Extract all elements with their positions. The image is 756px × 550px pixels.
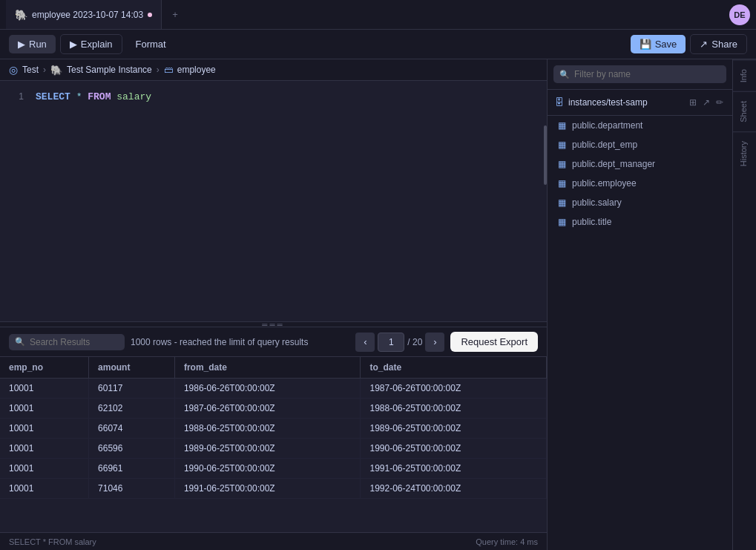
table-cell: 10001 bbox=[0, 459, 89, 479]
top-bar: 🐘 employee 2023-10-07 14:03 + DE bbox=[0, 0, 756, 30]
table-cell: 1988-06-25T00:00:00Z bbox=[361, 399, 547, 419]
code-editor[interactable]: 1 SELECT * FROM salary bbox=[0, 81, 547, 321]
explain-icon: ▶ bbox=[70, 39, 77, 50]
sidebar-table-item[interactable]: ▦public.dept_emp bbox=[548, 135, 732, 154]
run-button[interactable]: ▶ Run bbox=[9, 35, 56, 53]
table-cell: 1989-06-25T00:00:00Z bbox=[174, 439, 361, 459]
breadcrumb-sep1: › bbox=[43, 65, 46, 75]
plus-icon: + bbox=[172, 9, 178, 20]
table-grid-icon: ▦ bbox=[558, 120, 566, 131]
instance-edit-icon[interactable]: ✏ bbox=[714, 96, 725, 109]
table-cell: 1991-06-25T00:00:00Z bbox=[174, 479, 361, 499]
scrollbar-thumb[interactable] bbox=[544, 125, 547, 185]
add-tab-button[interactable]: + bbox=[165, 4, 185, 25]
table-cell: 10001 bbox=[0, 479, 89, 499]
sidebar-table-item[interactable]: ▦public.salary bbox=[548, 193, 732, 212]
tab-label: employee 2023-10-07 14:03 bbox=[32, 10, 143, 20]
save-icon: 💾 bbox=[640, 39, 651, 50]
instance-external-icon[interactable]: ↗ bbox=[701, 96, 711, 109]
breadcrumb-icon: ◎ bbox=[9, 64, 18, 76]
toolbar: ▶ Run ▶ Explain Format 💾 Save ↗ Share bbox=[0, 30, 756, 59]
sidebar-item-label: public.dept_emp bbox=[572, 140, 637, 150]
editor-area: ◎ Test › 🐘 Test Sample Instance › 🗃 empl… bbox=[0, 59, 547, 550]
sidebar-instance-icons: ⊞ ↗ ✏ bbox=[688, 96, 725, 109]
table-row[interactable]: 10001665961989-06-25T00:00:00Z1990-06-25… bbox=[0, 439, 547, 459]
table-header-row: emp_no amount from_date to_date bbox=[0, 357, 547, 379]
table-cell: 66074 bbox=[89, 419, 175, 439]
query-time: Query time: 4 ms bbox=[476, 537, 538, 546]
status-bar: SELECT * FROM salary Query time: 4 ms bbox=[0, 532, 547, 550]
explain-button[interactable]: ▶ Explain bbox=[60, 34, 122, 54]
table-cell: 66596 bbox=[89, 439, 175, 459]
table-cell: 1992-06-24T00:00:00Z bbox=[361, 479, 547, 499]
table-cell: 1988-06-25T00:00:00Z bbox=[174, 419, 361, 439]
search-input[interactable] bbox=[30, 337, 119, 347]
sidebar-table-item[interactable]: ▦public.department bbox=[548, 116, 732, 135]
table-wrap[interactable]: emp_no amount from_date to_date 10001601… bbox=[0, 357, 547, 532]
export-button[interactable]: Request Export bbox=[450, 332, 538, 352]
main-layout: ◎ Test › 🐘 Test Sample Instance › 🗃 empl… bbox=[0, 59, 756, 550]
col-amount: amount bbox=[89, 357, 175, 379]
results-table: emp_no amount from_date to_date 10001601… bbox=[0, 357, 547, 499]
table-cell: 60117 bbox=[89, 379, 175, 399]
table-cell: 66961 bbox=[89, 459, 175, 479]
table-cell: 1989-06-25T00:00:00Z bbox=[361, 419, 547, 439]
breadcrumb-instance[interactable]: Test Sample Instance bbox=[67, 65, 152, 75]
rows-info: 1000 rows - reached the limit of query r… bbox=[131, 337, 308, 347]
instance-label: instances/test-samp bbox=[568, 97, 648, 108]
table-cell: 71046 bbox=[89, 479, 175, 499]
sidebar-search: 🔍 bbox=[548, 59, 732, 90]
right-tabs: Info Sheet History bbox=[732, 59, 756, 550]
next-page-button[interactable]: › bbox=[425, 333, 444, 352]
table-cell: 10001 bbox=[0, 399, 89, 419]
format-button[interactable]: Format bbox=[127, 35, 175, 53]
table-grid-icon: ▦ bbox=[558, 197, 566, 208]
sidebar-table-item[interactable]: ▦public.employee bbox=[548, 174, 732, 193]
tab-info[interactable]: Info bbox=[733, 59, 756, 91]
breadcrumb-test[interactable]: Test bbox=[22, 65, 39, 75]
search-icon: 🔍 bbox=[15, 337, 25, 347]
sidebar-list: ▦public.department▦public.dept_emp▦publi… bbox=[548, 116, 732, 550]
sidebar-table-item[interactable]: ▦public.dept_manager bbox=[548, 154, 732, 174]
page-input[interactable] bbox=[378, 333, 404, 352]
table-cell: 62102 bbox=[89, 399, 175, 419]
code-line-1: 1 SELECT * FROM salary bbox=[0, 90, 547, 105]
sidebar-search-wrap: 🔍 bbox=[553, 65, 726, 83]
breadcrumb-table[interactable]: employee bbox=[177, 65, 216, 75]
col-to-date: to_date bbox=[361, 357, 547, 379]
tab-modified-dot bbox=[148, 13, 152, 17]
table-body: 10001601171986-06-26T00:00:00Z1987-06-26… bbox=[0, 379, 547, 499]
search-input-wrap: 🔍 bbox=[9, 334, 125, 350]
instance-db-icon: 🗄 bbox=[555, 97, 564, 108]
table-row[interactable]: 10001601171986-06-26T00:00:00Z1987-06-26… bbox=[0, 379, 547, 399]
tab-employee[interactable]: 🐘 employee 2023-10-07 14:03 bbox=[6, 0, 162, 29]
table-cell: 1987-06-26T00:00:00Z bbox=[361, 379, 547, 399]
resize-handle[interactable]: ═══ bbox=[0, 321, 547, 327]
sidebar-table-item[interactable]: ▦public.title bbox=[548, 212, 732, 232]
table-cell: 10001 bbox=[0, 439, 89, 459]
run-icon: ▶ bbox=[18, 39, 25, 50]
table-row[interactable]: 10001710461991-06-25T00:00:00Z1992-06-24… bbox=[0, 479, 547, 499]
table-row[interactable]: 10001660741988-06-25T00:00:00Z1989-06-25… bbox=[0, 419, 547, 439]
avatar[interactable]: DE bbox=[729, 4, 750, 25]
table-grid-icon: ▦ bbox=[558, 178, 566, 189]
breadcrumb: ◎ Test › 🐘 Test Sample Instance › 🗃 empl… bbox=[0, 59, 547, 81]
tab-sheet[interactable]: Sheet bbox=[733, 91, 756, 131]
table-cell: 1991-06-25T00:00:00Z bbox=[361, 459, 547, 479]
prev-page-button[interactable]: ‹ bbox=[355, 333, 375, 352]
table-cell: 1990-06-25T00:00:00Z bbox=[174, 459, 361, 479]
tab-history[interactable]: History bbox=[733, 131, 756, 175]
table-cell: 10001 bbox=[0, 379, 89, 399]
share-icon: ↗ bbox=[700, 39, 708, 50]
save-button[interactable]: 💾 Save bbox=[631, 35, 686, 53]
instance-grid-icon[interactable]: ⊞ bbox=[688, 96, 698, 109]
share-button[interactable]: ↗ Share bbox=[690, 34, 747, 54]
table-row[interactable]: 10001621021987-06-26T00:00:00Z1988-06-25… bbox=[0, 399, 547, 419]
table-grid-icon: ▦ bbox=[558, 217, 566, 227]
sidebar-filter-input[interactable] bbox=[553, 65, 726, 83]
table-cell: 1990-06-25T00:00:00Z bbox=[361, 439, 547, 459]
col-emp-no: emp_no bbox=[0, 357, 89, 379]
table-row[interactable]: 10001669611990-06-25T00:00:00Z1991-06-25… bbox=[0, 459, 547, 479]
status-query: SELECT * FROM salary bbox=[9, 537, 96, 546]
sidebar-item-label: public.title bbox=[572, 217, 611, 227]
